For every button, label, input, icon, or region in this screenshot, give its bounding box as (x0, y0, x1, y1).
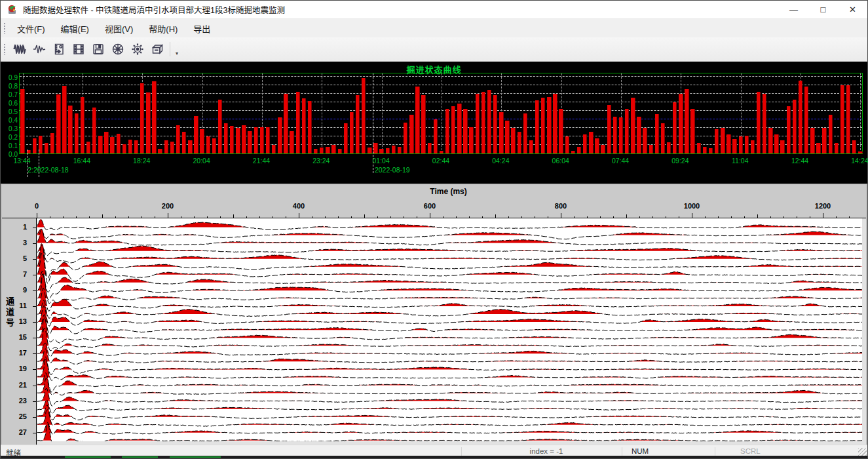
app-icon (7, 4, 18, 15)
app-window: 随掘数据处理软件 - 中铁隧道局滇中引水项目部大理1段3标随掘地震监测 — □ … (0, 0, 868, 459)
seismogram-panel: Time (ms) 020040060080010001200 通道号 1357… (1, 184, 867, 445)
x-tick-label: 11:04 (732, 157, 749, 165)
excavation-bar (721, 128, 725, 153)
excavation-bar (739, 136, 743, 153)
time-tick-label: 800 (555, 202, 567, 210)
notebook-button[interactable] (50, 40, 68, 58)
channel-tick (33, 417, 37, 418)
excavation-bar (745, 136, 749, 153)
channel-tick (33, 290, 37, 291)
maximize-button[interactable]: □ (808, 1, 838, 19)
seismogram-canvas[interactable] (37, 218, 862, 441)
excavation-bar (62, 86, 66, 153)
channel-label: 21 (6, 381, 27, 389)
x-tick-label: 14:24 (851, 157, 868, 165)
excavation-bar (440, 151, 443, 153)
settings-gear-icon (131, 43, 144, 56)
window-title: 随掘数据处理软件 - 中铁隧道局滇中引水项目部大理1段3标随掘地震监测 (23, 3, 285, 16)
excavation-bar (697, 143, 701, 153)
single-waveform-button[interactable] (30, 40, 48, 58)
excavation-bar (523, 113, 527, 153)
time-tick-label: 200 (162, 202, 174, 210)
time-tick-label: 1000 (684, 202, 700, 210)
bar-plot-area[interactable] (19, 73, 863, 154)
excavation-bar (188, 140, 192, 153)
excavation-bar (266, 127, 270, 153)
excavation-bar (535, 100, 539, 153)
y-tick-label: 0.1 (1, 142, 18, 150)
excavation-bar (565, 136, 569, 153)
menu-edit[interactable]: 编辑(E) (54, 19, 96, 38)
excavation-bar (780, 140, 784, 153)
settings-button[interactable] (128, 40, 147, 58)
y-tick-label: 0.2 (1, 134, 18, 141)
menu-help[interactable]: 帮助(H) (142, 19, 184, 38)
menu-gripper[interactable] (3, 22, 7, 34)
menu-file[interactable]: 文件(F) (10, 19, 52, 38)
time-tick-label: 600 (424, 202, 436, 210)
excavation-bar (476, 94, 480, 153)
channel-tick (33, 275, 37, 275)
menu-bar: 文件(F) 编辑(E) 视图(V) 帮助(H) 导出 (1, 19, 867, 37)
excavation-bar (768, 128, 772, 153)
excavation-bar (661, 123, 665, 153)
excavation-bar (829, 115, 833, 153)
time-tick (823, 213, 823, 218)
excavation-bar (50, 133, 54, 153)
toolbar-overflow-button[interactable]: ▾ (172, 40, 181, 58)
excavation-bar (104, 132, 108, 153)
excavation-bar (110, 137, 114, 153)
excavation-bar (493, 95, 497, 153)
save-button[interactable] (89, 40, 107, 58)
gridline-horizontal (20, 76, 862, 77)
x-tick-label: 06:04 (552, 157, 569, 165)
excavation-bar (338, 149, 342, 153)
excavation-bar (709, 148, 713, 153)
excavation-bar (822, 128, 826, 153)
excavation-bar (673, 102, 677, 153)
excavation-bar (787, 106, 791, 153)
y-tick-label: 0.5 (1, 108, 18, 115)
time-tick (561, 213, 561, 218)
menu-export[interactable]: 导出 (187, 19, 217, 38)
film-strip-icon (72, 43, 85, 56)
minimize-button[interactable]: — (779, 1, 808, 19)
background-window-strip (1, 456, 867, 458)
channel-label: 3 (6, 239, 27, 247)
x-tick-label: 09:24 (671, 157, 689, 165)
x-tick-label: 07:44 (612, 157, 629, 165)
excavation-bar (404, 123, 407, 153)
close-button[interactable]: ✕ (838, 1, 867, 19)
excavation-bar (529, 140, 533, 153)
toolbar-gripper[interactable] (3, 43, 7, 55)
excavation-bar (451, 106, 455, 153)
channel-tick (33, 306, 37, 307)
multi-waveform-button[interactable] (10, 40, 29, 58)
channel-label: 25 (6, 412, 27, 420)
excavation-bar (20, 89, 24, 153)
excavation-bar (56, 94, 60, 153)
archive-cabinet-button[interactable] (148, 40, 166, 58)
excavation-bar (290, 131, 293, 153)
excavation-bar (607, 105, 611, 153)
y-tick-label: 0.9 (1, 74, 18, 81)
date-label: 2:2022-08-18 (28, 166, 68, 174)
film-strip-button[interactable] (69, 40, 88, 58)
excavation-bar (793, 100, 797, 153)
x-tick-label: 04:24 (492, 157, 509, 165)
excavation-bar (134, 140, 138, 153)
toolbar-separator (170, 42, 170, 56)
channel-label: 11 (6, 302, 27, 309)
time-tick (37, 213, 37, 218)
excavation-bar (146, 92, 150, 153)
compass-wheel-button[interactable] (109, 40, 127, 58)
y-axis-labels: 0.00.10.20.30.40.50.60.70.80.9 (1, 73, 18, 154)
gridline-horizontal (20, 85, 862, 85)
time-tick (299, 213, 299, 218)
menu-view[interactable]: 视图(V) (98, 19, 140, 38)
excavation-bar (409, 115, 413, 153)
excavation-bar (140, 83, 144, 153)
excavation-bar (272, 145, 276, 153)
excavation-bar (434, 119, 438, 153)
excavation-bar (248, 131, 252, 153)
